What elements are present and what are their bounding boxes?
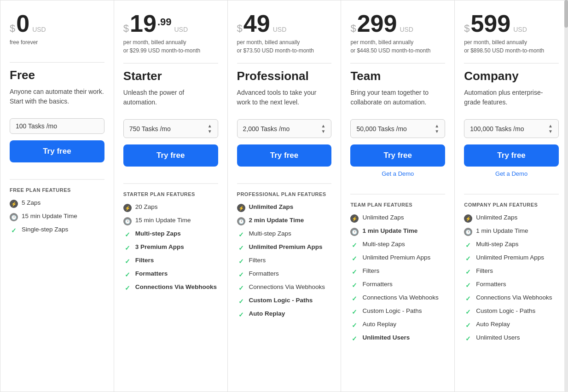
feature-text: 3 Premium Apps (135, 243, 184, 250)
price-usd: USD (400, 26, 413, 33)
tasks-selector[interactable]: 750 Tasks /mo▲▼ (123, 119, 218, 138)
plan-description: Bring your team together to collaborate … (350, 88, 445, 112)
check-icon: ✓ (237, 271, 245, 279)
plan-card-starter: $19.99USDper month, billed annually or $… (114, 0, 227, 392)
feature-text: Single-step Zaps (22, 226, 68, 233)
feature-item: ✓Formatters (350, 281, 445, 289)
arrow-up-icon[interactable]: ▲ (321, 123, 325, 128)
check-icon: ✓ (464, 281, 472, 289)
plan-divider (10, 62, 104, 63)
plan-card-professional: $49USDper month, billed annually or $73.… (227, 0, 341, 392)
feature-item: ✓Multi-step Zaps (123, 230, 218, 239)
feature-item: ✓Single-step Zaps (10, 226, 104, 235)
features-section: STARTER PLAN FEATURES⚡20 Zaps🕐15 min Upd… (123, 183, 218, 297)
try-free-button-free[interactable]: Try free (10, 140, 104, 162)
try-free-button-team[interactable]: Try free (350, 144, 445, 167)
feature-item: ✓Connections Via Webhooks (350, 294, 445, 303)
try-free-button-professional[interactable]: Try free (237, 144, 332, 167)
tasks-arrows[interactable]: ▲▼ (548, 123, 553, 134)
plan-description: Advanced tools to take your work to the … (237, 88, 332, 112)
check-icon: ✓ (237, 311, 245, 319)
feature-text: Filters (135, 257, 154, 264)
try-free-button-starter[interactable]: Try free (123, 144, 218, 167)
feature-text: Auto Replay (249, 310, 285, 317)
check-icon: ✓ (464, 294, 472, 303)
feature-item: ✓Unlimited Premium Apps (350, 254, 445, 263)
check-icon: ✓ (464, 308, 472, 316)
scrollbar-thumb[interactable] (564, 0, 568, 28)
tasks-arrows[interactable]: ▲▼ (321, 123, 325, 134)
pricing-grid: $0USDfree foreverFreeAnyone can automate… (0, 0, 568, 392)
clock-icon: 🕐 (123, 217, 132, 225)
arrow-down-icon[interactable]: ▼ (435, 129, 439, 134)
check-icon: ✓ (123, 271, 132, 279)
feature-text: Custom Logic - Paths (362, 307, 422, 314)
price-dollar-sign: $ (350, 23, 356, 35)
features-label: TEAM PLAN FEATURES (350, 202, 445, 208)
feature-text: Filters (249, 257, 266, 264)
price-usd: USD (32, 26, 46, 33)
features-section: PROFESSIONAL PLAN FEATURES⚡Unlimited Zap… (237, 183, 332, 323)
price-usd: USD (513, 26, 527, 33)
feature-text: Connections Via Webhooks (362, 294, 438, 301)
price-main: 19 (130, 12, 156, 35)
clock-icon: 🕐 (464, 228, 472, 236)
plan-name: Professional (237, 69, 332, 83)
arrow-down-icon[interactable]: ▼ (208, 129, 212, 134)
scrollbar-track[interactable] (564, 0, 568, 392)
try-free-button-company[interactable]: Try free (464, 144, 559, 167)
feature-text: Unlimited Users (362, 334, 410, 341)
tasks-value: 100,000 Tasks /mo (470, 125, 524, 133)
plan-card-free: $0USDfree foreverFreeAnyone can automate… (0, 0, 114, 392)
check-icon: ✓ (350, 281, 359, 289)
price-dollar-sign: $ (10, 23, 15, 35)
feature-text: 15 min Update Time (22, 213, 77, 219)
price-row: $49USD (237, 12, 332, 35)
arrow-down-icon[interactable]: ▼ (321, 129, 325, 134)
feature-item: ✓Unlimited Users (350, 334, 445, 343)
features-label: STARTER PLAN FEATURES (123, 191, 218, 197)
price-usd: USD (273, 26, 287, 33)
tasks-arrows[interactable]: ▲▼ (208, 123, 212, 134)
zap-icon: ⚡ (10, 200, 18, 208)
plan-description: Unleash the power of automation. (123, 88, 218, 112)
feature-text: Connections Via Webhooks (476, 294, 552, 301)
feature-item: ✓Unlimited Premium Apps (464, 254, 559, 263)
tasks-selector[interactable]: 100,000 Tasks /mo▲▼ (464, 119, 559, 138)
feature-text: Unlimited Zaps (362, 214, 404, 221)
price-row: $599USD (464, 12, 559, 35)
tasks-value: 2,000 Tasks /mo (243, 125, 290, 133)
check-icon: ✓ (123, 244, 132, 252)
feature-text: Filters (362, 267, 379, 274)
check-icon: ✓ (123, 284, 132, 292)
plan-description: Automation plus enterprise-grade feature… (464, 88, 559, 112)
feature-item: ✓Auto Replay (464, 321, 559, 329)
tasks-value: 100 Tasks /mo (16, 122, 57, 130)
plan-name: Company (464, 69, 559, 83)
arrow-down-icon[interactable]: ▼ (548, 129, 553, 134)
feature-text: Auto Replay (362, 321, 396, 328)
check-icon: ✓ (464, 268, 472, 276)
feature-text: Multi-step Zaps (476, 241, 518, 248)
plan-name: Team (350, 69, 445, 83)
get-demo-link-company[interactable]: Get a Demo (464, 170, 559, 177)
price-dollar-sign: $ (237, 23, 243, 35)
price-main: 299 (357, 12, 397, 35)
arrow-up-icon[interactable]: ▲ (208, 123, 212, 128)
arrow-up-icon[interactable]: ▲ (435, 123, 439, 128)
check-icon: ✓ (237, 284, 245, 292)
feature-text: 1 min Update Time (476, 227, 528, 234)
feature-text: Connections Via Webhooks (135, 283, 217, 290)
check-icon: ✓ (237, 297, 245, 306)
clock-icon: 🕐 (350, 228, 359, 236)
tasks-selector[interactable]: 2,000 Tasks /mo▲▼ (237, 119, 332, 138)
check-icon: ✓ (350, 241, 359, 249)
feature-item: ✓Connections Via Webhooks (464, 294, 559, 303)
feature-item: ✓Formatters (464, 281, 559, 289)
arrow-up-icon[interactable]: ▲ (548, 123, 553, 128)
feature-text: Unlimited Premium Apps (476, 254, 544, 261)
tasks-selector[interactable]: 50,000 Tasks /mo▲▼ (350, 119, 445, 138)
get-demo-link-team[interactable]: Get a Demo (350, 170, 445, 177)
tasks-arrows[interactable]: ▲▼ (435, 123, 439, 134)
price-dollar-sign: $ (464, 23, 469, 35)
